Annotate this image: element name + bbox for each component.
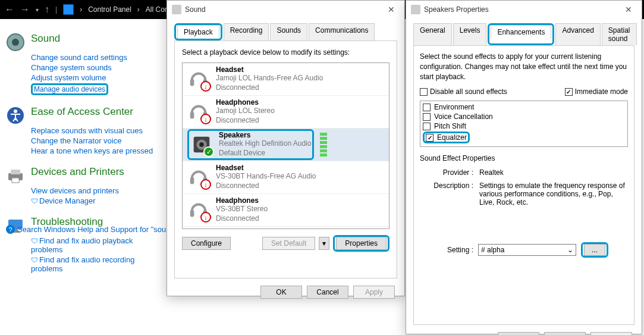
back-button[interactable]: ← bbox=[5, 4, 14, 15]
setting-dropdown[interactable]: # alpha ⌄ bbox=[478, 244, 576, 256]
effects-list[interactable]: Environment Voice Cancellation Pitch Shi… bbox=[420, 101, 628, 147]
device-headphones-1[interactable]: ↓ Headphones Jamoji LOL StereoDisconnect… bbox=[183, 96, 389, 129]
sound-icon bbox=[6, 33, 25, 52]
default-badge-icon: ✓ bbox=[203, 146, 214, 157]
tab-spatial[interactable]: Spatial sound bbox=[602, 23, 637, 45]
setting-label: Setting : bbox=[420, 246, 473, 254]
apply-button[interactable]: Apply bbox=[590, 332, 632, 335]
link-fix-recording[interactable]: Find and fix audio recording problems bbox=[31, 255, 161, 273]
ease-of-access-icon bbox=[6, 106, 25, 125]
volume-meter bbox=[320, 133, 327, 156]
sound-effect-properties-label: Sound Effect Properties bbox=[420, 154, 628, 162]
apply-button[interactable]: Apply bbox=[353, 286, 395, 299]
link-replace-sounds[interactable]: Replace sounds with visual cues bbox=[31, 126, 161, 135]
sound-dialog-titlebar: Sound ✕ bbox=[167, 1, 404, 18]
props-titlebar: Speakers Properties ✕ bbox=[406, 1, 642, 18]
playback-description: Select a playback device below to modify… bbox=[182, 48, 389, 57]
forward-button[interactable]: → bbox=[20, 4, 30, 15]
tab-playback[interactable]: Playback bbox=[177, 25, 219, 39]
link-fix-playback[interactable]: Find and fix audio playback problems bbox=[31, 236, 161, 254]
tab-levels[interactable]: Levels bbox=[453, 23, 487, 45]
configure-button[interactable]: Configure bbox=[182, 237, 231, 250]
sound-dialog: Sound ✕ Playback Recording Sounds Commun… bbox=[167, 0, 405, 296]
chevron-down-icon: ⌄ bbox=[567, 246, 573, 254]
description-value: Settings to emulate the frequency respon… bbox=[479, 181, 628, 206]
link-adjust-volume[interactable]: Adjust system volume bbox=[31, 73, 161, 82]
speaker-icon: ✓ bbox=[190, 133, 213, 156]
ok-button[interactable]: OK bbox=[498, 332, 539, 335]
svg-rect-19 bbox=[190, 210, 194, 217]
link-hear-tone[interactable]: Hear a tone when keys are pressed bbox=[31, 146, 161, 155]
disable-all-checkbox[interactable] bbox=[420, 88, 428, 96]
properties-button[interactable]: Properties bbox=[336, 237, 387, 250]
search-help-link[interactable]: Search Windows Help and Support for "sou… bbox=[6, 225, 177, 234]
provider-label: Provider : bbox=[420, 168, 473, 177]
tab-communications[interactable]: Communications bbox=[309, 23, 375, 40]
effect-checkbox[interactable] bbox=[423, 104, 431, 111]
section-sound-title[interactable]: Sound bbox=[31, 33, 60, 45]
link-view-devices[interactable]: View devices and printers bbox=[31, 186, 161, 195]
svg-point-16 bbox=[199, 142, 204, 147]
section-devices-title[interactable]: Devices and Printers bbox=[31, 166, 124, 178]
browse-button[interactable]: ... bbox=[584, 244, 605, 256]
control-panel-icon bbox=[63, 4, 74, 15]
cancel-button[interactable]: Cancel bbox=[307, 286, 348, 299]
headset-icon: ↓ bbox=[187, 68, 210, 90]
headphones-icon: ↓ bbox=[187, 199, 210, 221]
effect-pitch-shift[interactable]: Pitch Shift bbox=[423, 121, 625, 131]
set-default-button[interactable]: Set Default bbox=[262, 237, 315, 250]
tab-sounds[interactable]: Sounds bbox=[270, 23, 307, 40]
effect-equalizer[interactable]: Equalizer bbox=[423, 131, 625, 144]
svg-rect-6 bbox=[12, 178, 19, 183]
svg-rect-5 bbox=[11, 170, 20, 174]
svg-rect-17 bbox=[190, 177, 194, 184]
disconnected-badge-icon: ↓ bbox=[200, 212, 211, 223]
link-manage-audio-devices[interactable]: Manage audio devices bbox=[31, 83, 161, 95]
svg-point-3 bbox=[14, 109, 17, 113]
effect-checkbox[interactable] bbox=[423, 113, 431, 121]
svg-rect-10 bbox=[190, 79, 194, 86]
sound-dialog-icon bbox=[172, 5, 181, 14]
effect-environment[interactable]: Environment bbox=[423, 102, 625, 112]
headset-icon: ↓ bbox=[187, 166, 210, 189]
close-button[interactable]: ✕ bbox=[620, 5, 637, 14]
effect-checkbox[interactable] bbox=[426, 134, 433, 142]
link-change-system-sounds[interactable]: Change system sounds bbox=[31, 63, 161, 72]
disable-all-label: Disable all sound effects bbox=[430, 87, 507, 96]
up-button[interactable]: ↑ bbox=[45, 4, 49, 15]
sound-dialog-title: Sound bbox=[185, 5, 206, 14]
device-headset-1[interactable]: ↓ Headset Jamoji LOL Hands-Free AG Audio… bbox=[183, 63, 389, 96]
headphones-icon: ↓ bbox=[187, 101, 210, 123]
section-ease-title[interactable]: Ease of Access Center bbox=[31, 106, 133, 118]
link-narrator-voice[interactable]: Change the Narrator voice bbox=[31, 136, 161, 145]
link-change-sound-card[interactable]: Change sound card settings bbox=[31, 53, 161, 62]
set-default-dropdown[interactable]: ▾ bbox=[319, 237, 329, 250]
playback-device-list[interactable]: ↓ Headset Jamoji LOL Hands-Free AG Audio… bbox=[182, 62, 389, 229]
link-device-manager[interactable]: Device Manager bbox=[31, 196, 161, 205]
device-speakers[interactable]: ✓ Speakers Realtek High Definition Audio… bbox=[183, 129, 389, 161]
props-title: Speakers Properties bbox=[424, 5, 489, 14]
speakers-properties-dialog: Speakers Properties ✕ General Levels Enh… bbox=[406, 0, 642, 334]
provider-value: Realtek bbox=[479, 168, 628, 177]
immediate-mode-checkbox[interactable] bbox=[565, 88, 573, 96]
breadcrumb-1[interactable]: Control Panel bbox=[88, 5, 131, 14]
ok-button[interactable]: OK bbox=[260, 286, 302, 299]
effect-checkbox[interactable] bbox=[423, 123, 431, 130]
devices-printers-icon bbox=[6, 166, 25, 185]
history-dropdown[interactable]: ▾ bbox=[36, 7, 39, 13]
cancel-button[interactable]: Cancel bbox=[544, 332, 586, 335]
tab-enhancements[interactable]: Enhancements bbox=[491, 25, 551, 39]
device-headset-2[interactable]: ↓ Headset VS-30BT Hands-Free AG AudioDis… bbox=[183, 161, 389, 194]
tab-general[interactable]: General bbox=[413, 23, 452, 45]
disconnected-badge-icon: ↓ bbox=[200, 114, 211, 124]
device-headphones-2[interactable]: ↓ Headphones VS-30BT StereoDisconnected bbox=[183, 194, 389, 227]
close-button[interactable]: ✕ bbox=[383, 5, 400, 14]
props-tabs: General Levels Enhancements Advanced Spa… bbox=[406, 18, 642, 45]
enhancements-description: Select the sound effects to apply for yo… bbox=[420, 52, 628, 82]
control-panel-results: Sound Change sound card settings Change … bbox=[6, 33, 161, 284]
tab-recording[interactable]: Recording bbox=[224, 23, 269, 40]
svg-point-1 bbox=[12, 39, 19, 46]
effect-voice-cancellation[interactable]: Voice Cancellation bbox=[423, 112, 625, 121]
tab-advanced[interactable]: Advanced bbox=[555, 23, 600, 45]
sound-tabs: Playback Recording Sounds Communications bbox=[167, 18, 404, 40]
